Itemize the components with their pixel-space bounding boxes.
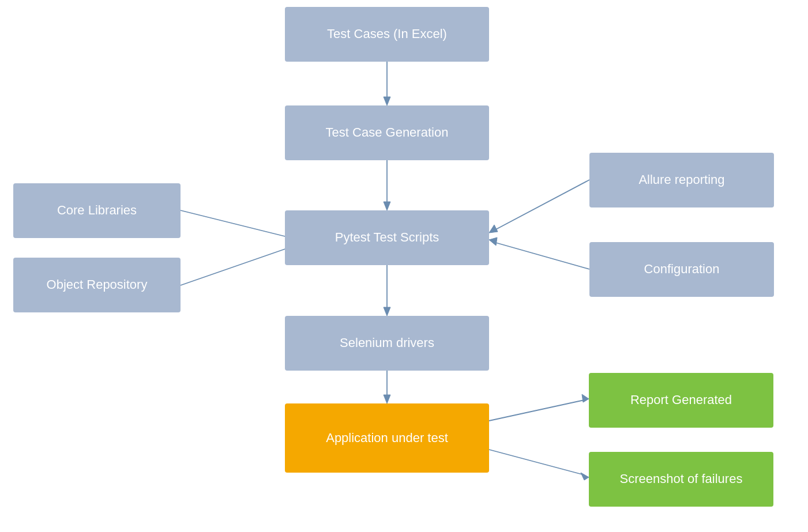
diagram-container: Test Cases (In Excel) Test Case Generati…	[0, 0, 808, 532]
core-libraries-node: Core Libraries	[13, 183, 181, 238]
svg-marker-17	[582, 394, 589, 402]
pytest-scripts-node: Pytest Test Scripts	[285, 210, 489, 265]
svg-marker-1	[384, 97, 390, 105]
object-repository-node: Object Repository	[13, 258, 181, 312]
selenium-drivers-node: Selenium drivers	[285, 316, 489, 371]
svg-line-10	[181, 248, 288, 285]
report-generated-node: Report Generated	[589, 373, 773, 428]
svg-marker-3	[384, 202, 390, 210]
svg-marker-7	[384, 395, 390, 403]
svg-line-12	[494, 180, 589, 231]
test-cases-node: Test Cases (In Excel)	[285, 7, 489, 62]
svg-marker-13	[489, 225, 498, 233]
svg-line-14	[494, 242, 589, 269]
allure-reporting-node: Allure reporting	[589, 153, 774, 207]
svg-line-8	[181, 210, 290, 237]
svg-line-18	[489, 450, 584, 475]
svg-marker-15	[489, 237, 497, 246]
screenshot-failures-node: Screenshot of failures	[589, 452, 773, 507]
svg-marker-19	[581, 473, 589, 480]
app-under-test-node: Application under test	[285, 403, 489, 473]
test-case-generation-node: Test Case Generation	[285, 105, 489, 160]
configuration-node: Configuration	[589, 242, 774, 297]
svg-marker-5	[384, 307, 390, 316]
svg-line-16	[489, 400, 584, 421]
